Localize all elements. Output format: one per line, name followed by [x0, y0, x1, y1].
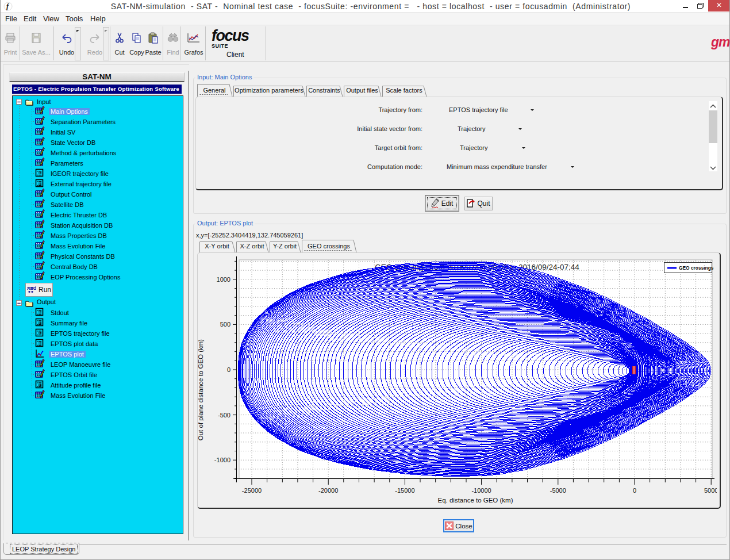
svg-text:-5000: -5000: [550, 487, 566, 494]
svg-text:Eq. distance to GEO (km): Eq. distance to GEO (km): [437, 497, 513, 504]
svg-text:X-Z orbit: X-Z orbit: [240, 243, 264, 250]
svg-text:GEO crossings: GEO crossings: [679, 265, 714, 271]
svg-text:1000: 1000: [217, 276, 230, 283]
svg-text:GEO crossings: GEO crossings: [308, 243, 350, 250]
svg-text:Optimization parameters: Optimization parameters: [235, 87, 303, 94]
svg-text:General: General: [203, 87, 225, 94]
svg-text:-15000: -15000: [395, 487, 414, 494]
svg-text:-20000: -20000: [318, 487, 338, 494]
svg-text:-10000: -10000: [471, 487, 491, 494]
svg-text:0: 0: [227, 366, 230, 373]
svg-text:Constraints: Constraints: [308, 87, 340, 94]
svg-text:Scale factors: Scale factors: [386, 87, 422, 94]
svg-text:Output files: Output files: [346, 87, 378, 94]
svg-text:X-Y orbit: X-Y orbit: [205, 243, 229, 250]
svg-text:0: 0: [633, 487, 636, 494]
svg-text:5000: 5000: [704, 487, 717, 494]
svg-text:500: 500: [220, 321, 230, 328]
svg-text:Y-Z orbit: Y-Z orbit: [273, 243, 297, 250]
svg-text:-25000: -25000: [242, 487, 262, 494]
svg-text:ABC: ABC: [27, 286, 36, 291]
svg-text:Out of plane distance to GEO (: Out of plane distance to GEO (km): [198, 339, 204, 441]
svg-text:-1000: -1000: [214, 457, 230, 463]
svg-text:-500: -500: [218, 412, 230, 419]
